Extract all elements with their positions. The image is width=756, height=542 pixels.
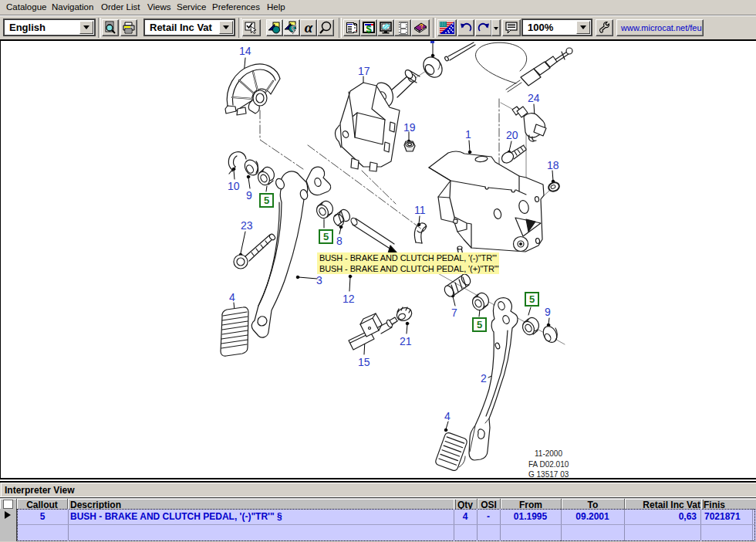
- svg-text:α: α: [305, 20, 313, 36]
- svg-text:$: $: [366, 23, 372, 35]
